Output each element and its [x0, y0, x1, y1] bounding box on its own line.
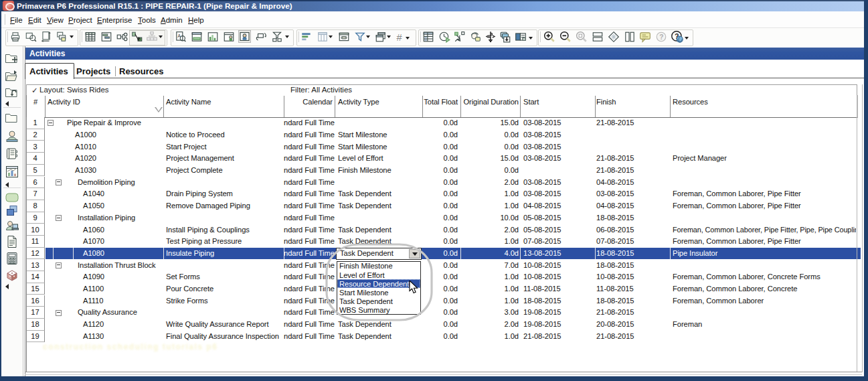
svg-text:#: # — [396, 32, 402, 43]
svg-text:?: ? — [659, 33, 663, 41]
